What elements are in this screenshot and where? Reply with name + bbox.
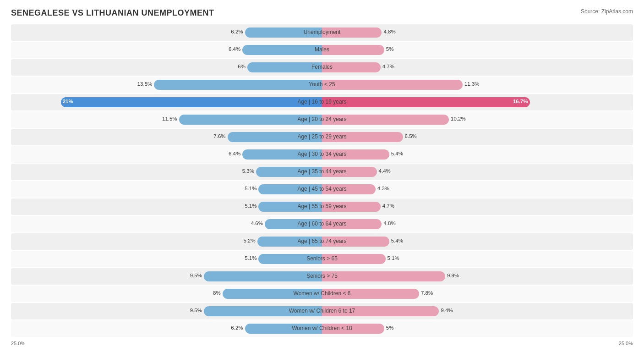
bar-row: Age | 65 to 74 years5.2%5.4% (11, 233, 633, 250)
right-bar (322, 184, 376, 194)
left-value-label: 5.1% (245, 255, 257, 261)
right-bar (322, 132, 403, 142)
left-value-label: 6.4% (229, 46, 240, 52)
right-value-label: 4.8% (383, 29, 395, 34)
left-value-label: 7.6% (213, 133, 225, 139)
right-value-label: 6.5% (405, 133, 417, 139)
left-bar (245, 28, 322, 38)
right-value-label: 7.8% (421, 290, 433, 296)
bar-row: Age | 30 to 34 years6.4%5.4% (11, 146, 633, 163)
chart-title: SENEGALESE VS LITHUANIAN UNEMPLOYMENT (11, 8, 214, 18)
bar-row: Age | 55 to 59 years5.1%4.7% (11, 198, 633, 215)
left-bar (61, 97, 322, 107)
right-bar (322, 28, 382, 38)
right-bar (322, 80, 463, 90)
bar-row: Age | 25 to 29 years7.6%6.5% (11, 129, 633, 145)
right-value-label: 9.9% (447, 273, 459, 278)
right-bar (322, 254, 386, 264)
right-value-label: 9.4% (441, 308, 453, 313)
bar-row: Women w/ Children 6 to 179.5%9.4% (11, 303, 633, 319)
right-value-label: 5.1% (387, 255, 399, 261)
left-bar (242, 149, 322, 160)
right-value-label: 16.7% (513, 99, 528, 104)
right-bar (322, 219, 382, 229)
right-bar (322, 62, 381, 72)
bar-row: Unemployment6.2%4.8% (11, 24, 633, 41)
right-value-label: 4.8% (383, 220, 395, 226)
left-bar (228, 132, 322, 142)
right-value-label: 5% (386, 46, 394, 52)
left-bar (265, 219, 322, 229)
left-value-label: 5.2% (243, 238, 255, 243)
left-value-label: 6.2% (231, 325, 243, 330)
right-bar (322, 97, 530, 107)
bar-row: Seniors > 655.1%5.1% (11, 251, 633, 267)
right-value-label: 11.3% (464, 81, 480, 87)
x-axis-left: 25.0% (11, 341, 25, 346)
left-bar (257, 237, 322, 247)
right-value-label: 5% (386, 325, 394, 330)
right-bar (322, 271, 445, 281)
left-value-label: 11.5% (162, 116, 177, 121)
right-value-label: 4.3% (377, 186, 389, 191)
left-bar (256, 167, 322, 177)
right-bar (322, 202, 381, 212)
bar-row: Age | 16 to 19 years21%16.7% (11, 94, 633, 110)
right-value-label: 4.7% (382, 203, 394, 209)
right-bar (322, 45, 384, 55)
bar-row: Females6%4.7% (11, 59, 633, 76)
right-value-label: 5.4% (391, 151, 403, 156)
left-bar (204, 306, 322, 316)
bar-row: Age | 60 to 64 years4.6%4.8% (11, 216, 633, 232)
chart-container: SENEGALESE VS LITHUANIAN UNEMPLOYMENT So… (0, 0, 644, 347)
bar-row: Age | 35 to 44 years5.3%4.4% (11, 164, 633, 180)
left-value-label: 6% (238, 64, 246, 69)
x-axis-right: 25.0% (619, 341, 633, 346)
bar-row: Women w/ Children < 68%7.8% (11, 286, 633, 302)
right-bar (322, 306, 439, 316)
bar-row: Women w/ Children < 186.2%5% (11, 320, 633, 337)
left-value-label: 5.3% (242, 168, 254, 174)
bar-row: Males6.4%5% (11, 42, 633, 58)
right-bar (322, 149, 389, 160)
left-bar (245, 324, 322, 334)
left-value-label: 13.5% (137, 81, 153, 87)
left-value-label: 8% (213, 290, 221, 296)
left-bar (258, 184, 322, 194)
right-bar (322, 167, 377, 177)
left-bar (204, 271, 322, 281)
left-value-label: 6.2% (231, 29, 243, 34)
left-value-label: 21% (63, 99, 73, 104)
left-bar (154, 80, 322, 90)
left-bar (258, 202, 322, 212)
right-bar (322, 289, 419, 299)
x-axis: 25.0% 25.0% (11, 341, 633, 346)
left-bar (242, 45, 322, 55)
chart-area: Unemployment6.2%4.8%Males6.4%5%Females6%… (11, 24, 633, 337)
left-bar (223, 289, 322, 299)
left-value-label: 5.1% (245, 203, 257, 209)
right-bar (322, 115, 449, 125)
bar-row: Seniors > 759.5%9.9% (11, 268, 633, 285)
right-value-label: 5.4% (391, 238, 403, 243)
left-value-label: 4.6% (251, 220, 263, 226)
right-bar (322, 237, 389, 247)
bar-row: Age | 20 to 24 years11.5%10.2% (11, 111, 633, 128)
right-value-label: 4.7% (382, 64, 394, 69)
left-value-label: 6.4% (229, 151, 240, 156)
bar-row: Age | 45 to 54 years5.1%4.3% (11, 181, 633, 198)
right-value-label: 4.4% (379, 168, 391, 174)
bar-row: Youth < 2513.5%11.3% (11, 77, 633, 93)
left-bar (258, 254, 322, 264)
right-value-label: 10.2% (451, 116, 466, 121)
left-value-label: 9.5% (190, 308, 202, 313)
left-bar (179, 115, 322, 125)
chart-source: Source: ZipAtlas.com (581, 8, 633, 15)
left-bar (247, 62, 322, 72)
chart-header: SENEGALESE VS LITHUANIAN UNEMPLOYMENT So… (11, 8, 633, 18)
left-value-label: 9.5% (190, 273, 202, 278)
left-value-label: 5.1% (245, 186, 257, 191)
right-bar (322, 324, 384, 334)
